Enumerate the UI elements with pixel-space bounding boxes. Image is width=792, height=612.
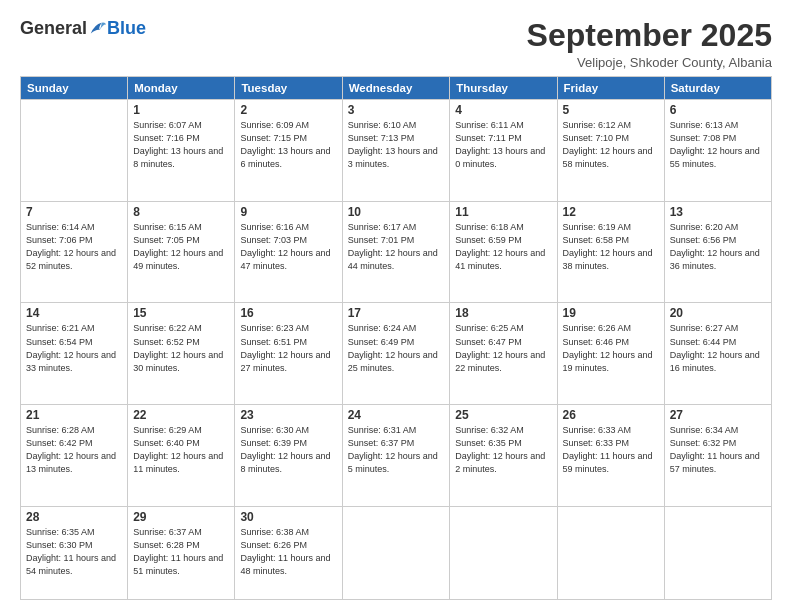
- calendar-week-row: 28Sunrise: 6:35 AMSunset: 6:30 PMDayligh…: [21, 506, 772, 599]
- day-number: 21: [26, 408, 122, 422]
- table-row: 5Sunrise: 6:12 AMSunset: 7:10 PMDaylight…: [557, 100, 664, 202]
- day-number: 1: [133, 103, 229, 117]
- table-row: 17Sunrise: 6:24 AMSunset: 6:49 PMDayligh…: [342, 303, 450, 405]
- day-detail: Sunrise: 6:30 AMSunset: 6:39 PMDaylight:…: [240, 424, 336, 476]
- header: General Blue September 2025 Velipoje, Sh…: [20, 18, 772, 70]
- table-row: 29Sunrise: 6:37 AMSunset: 6:28 PMDayligh…: [128, 506, 235, 599]
- table-row: 9Sunrise: 6:16 AMSunset: 7:03 PMDaylight…: [235, 201, 342, 303]
- day-number: 13: [670, 205, 766, 219]
- logo-bird-icon: [89, 20, 107, 38]
- day-detail: Sunrise: 6:14 AMSunset: 7:06 PMDaylight:…: [26, 221, 122, 273]
- day-number: 11: [455, 205, 551, 219]
- day-number: 24: [348, 408, 445, 422]
- table-row: 7Sunrise: 6:14 AMSunset: 7:06 PMDaylight…: [21, 201, 128, 303]
- day-number: 30: [240, 510, 336, 524]
- table-row: 26Sunrise: 6:33 AMSunset: 6:33 PMDayligh…: [557, 405, 664, 507]
- day-number: 26: [563, 408, 659, 422]
- table-row: 12Sunrise: 6:19 AMSunset: 6:58 PMDayligh…: [557, 201, 664, 303]
- day-detail: Sunrise: 6:29 AMSunset: 6:40 PMDaylight:…: [133, 424, 229, 476]
- table-row: 6Sunrise: 6:13 AMSunset: 7:08 PMDaylight…: [664, 100, 771, 202]
- day-number: 10: [348, 205, 445, 219]
- day-detail: Sunrise: 6:25 AMSunset: 6:47 PMDaylight:…: [455, 322, 551, 374]
- day-number: 25: [455, 408, 551, 422]
- table-row: 4Sunrise: 6:11 AMSunset: 7:11 PMDaylight…: [450, 100, 557, 202]
- day-number: 9: [240, 205, 336, 219]
- table-row: 2Sunrise: 6:09 AMSunset: 7:15 PMDaylight…: [235, 100, 342, 202]
- calendar-week-row: 1Sunrise: 6:07 AMSunset: 7:16 PMDaylight…: [21, 100, 772, 202]
- day-detail: Sunrise: 6:26 AMSunset: 6:46 PMDaylight:…: [563, 322, 659, 374]
- day-number: 15: [133, 306, 229, 320]
- day-number: 20: [670, 306, 766, 320]
- day-detail: Sunrise: 6:11 AMSunset: 7:11 PMDaylight:…: [455, 119, 551, 171]
- logo: General Blue: [20, 18, 146, 39]
- day-number: 18: [455, 306, 551, 320]
- col-friday: Friday: [557, 77, 664, 100]
- day-detail: Sunrise: 6:32 AMSunset: 6:35 PMDaylight:…: [455, 424, 551, 476]
- col-tuesday: Tuesday: [235, 77, 342, 100]
- day-number: 6: [670, 103, 766, 117]
- day-detail: Sunrise: 6:24 AMSunset: 6:49 PMDaylight:…: [348, 322, 445, 374]
- col-saturday: Saturday: [664, 77, 771, 100]
- col-sunday: Sunday: [21, 77, 128, 100]
- day-detail: Sunrise: 6:16 AMSunset: 7:03 PMDaylight:…: [240, 221, 336, 273]
- calendar-header-row: Sunday Monday Tuesday Wednesday Thursday…: [21, 77, 772, 100]
- day-number: 14: [26, 306, 122, 320]
- col-wednesday: Wednesday: [342, 77, 450, 100]
- day-detail: Sunrise: 6:19 AMSunset: 6:58 PMDaylight:…: [563, 221, 659, 273]
- day-number: 3: [348, 103, 445, 117]
- table-row: 23Sunrise: 6:30 AMSunset: 6:39 PMDayligh…: [235, 405, 342, 507]
- day-number: 27: [670, 408, 766, 422]
- table-row: 27Sunrise: 6:34 AMSunset: 6:32 PMDayligh…: [664, 405, 771, 507]
- day-number: 7: [26, 205, 122, 219]
- day-number: 2: [240, 103, 336, 117]
- day-detail: Sunrise: 6:18 AMSunset: 6:59 PMDaylight:…: [455, 221, 551, 273]
- day-detail: Sunrise: 6:09 AMSunset: 7:15 PMDaylight:…: [240, 119, 336, 171]
- day-detail: Sunrise: 6:13 AMSunset: 7:08 PMDaylight:…: [670, 119, 766, 171]
- table-row: [21, 100, 128, 202]
- day-number: 17: [348, 306, 445, 320]
- day-number: 22: [133, 408, 229, 422]
- month-title: September 2025: [527, 18, 772, 53]
- day-detail: Sunrise: 6:31 AMSunset: 6:37 PMDaylight:…: [348, 424, 445, 476]
- day-number: 29: [133, 510, 229, 524]
- table-row: 11Sunrise: 6:18 AMSunset: 6:59 PMDayligh…: [450, 201, 557, 303]
- title-block: September 2025 Velipoje, Shkoder County,…: [527, 18, 772, 70]
- calendar-week-row: 14Sunrise: 6:21 AMSunset: 6:54 PMDayligh…: [21, 303, 772, 405]
- table-row: 15Sunrise: 6:22 AMSunset: 6:52 PMDayligh…: [128, 303, 235, 405]
- day-detail: Sunrise: 6:27 AMSunset: 6:44 PMDaylight:…: [670, 322, 766, 374]
- day-detail: Sunrise: 6:28 AMSunset: 6:42 PMDaylight:…: [26, 424, 122, 476]
- table-row: 22Sunrise: 6:29 AMSunset: 6:40 PMDayligh…: [128, 405, 235, 507]
- day-number: 16: [240, 306, 336, 320]
- table-row: 1Sunrise: 6:07 AMSunset: 7:16 PMDaylight…: [128, 100, 235, 202]
- logo-blue: Blue: [107, 18, 146, 39]
- day-number: 4: [455, 103, 551, 117]
- table-row: 14Sunrise: 6:21 AMSunset: 6:54 PMDayligh…: [21, 303, 128, 405]
- table-row: 16Sunrise: 6:23 AMSunset: 6:51 PMDayligh…: [235, 303, 342, 405]
- table-row: 25Sunrise: 6:32 AMSunset: 6:35 PMDayligh…: [450, 405, 557, 507]
- table-row: [557, 506, 664, 599]
- calendar-week-row: 7Sunrise: 6:14 AMSunset: 7:06 PMDaylight…: [21, 201, 772, 303]
- day-detail: Sunrise: 6:33 AMSunset: 6:33 PMDaylight:…: [563, 424, 659, 476]
- table-row: 28Sunrise: 6:35 AMSunset: 6:30 PMDayligh…: [21, 506, 128, 599]
- table-row: 19Sunrise: 6:26 AMSunset: 6:46 PMDayligh…: [557, 303, 664, 405]
- table-row: 10Sunrise: 6:17 AMSunset: 7:01 PMDayligh…: [342, 201, 450, 303]
- day-number: 23: [240, 408, 336, 422]
- calendar-table: Sunday Monday Tuesday Wednesday Thursday…: [20, 76, 772, 600]
- day-detail: Sunrise: 6:34 AMSunset: 6:32 PMDaylight:…: [670, 424, 766, 476]
- table-row: 18Sunrise: 6:25 AMSunset: 6:47 PMDayligh…: [450, 303, 557, 405]
- day-detail: Sunrise: 6:12 AMSunset: 7:10 PMDaylight:…: [563, 119, 659, 171]
- table-row: 3Sunrise: 6:10 AMSunset: 7:13 PMDaylight…: [342, 100, 450, 202]
- day-detail: Sunrise: 6:21 AMSunset: 6:54 PMDaylight:…: [26, 322, 122, 374]
- day-number: 12: [563, 205, 659, 219]
- day-detail: Sunrise: 6:37 AMSunset: 6:28 PMDaylight:…: [133, 526, 229, 578]
- table-row: 8Sunrise: 6:15 AMSunset: 7:05 PMDaylight…: [128, 201, 235, 303]
- table-row: 20Sunrise: 6:27 AMSunset: 6:44 PMDayligh…: [664, 303, 771, 405]
- day-detail: Sunrise: 6:35 AMSunset: 6:30 PMDaylight:…: [26, 526, 122, 578]
- day-detail: Sunrise: 6:22 AMSunset: 6:52 PMDaylight:…: [133, 322, 229, 374]
- table-row: 24Sunrise: 6:31 AMSunset: 6:37 PMDayligh…: [342, 405, 450, 507]
- day-detail: Sunrise: 6:20 AMSunset: 6:56 PMDaylight:…: [670, 221, 766, 273]
- table-row: 21Sunrise: 6:28 AMSunset: 6:42 PMDayligh…: [21, 405, 128, 507]
- day-detail: Sunrise: 6:07 AMSunset: 7:16 PMDaylight:…: [133, 119, 229, 171]
- location-subtitle: Velipoje, Shkoder County, Albania: [527, 55, 772, 70]
- day-detail: Sunrise: 6:38 AMSunset: 6:26 PMDaylight:…: [240, 526, 336, 578]
